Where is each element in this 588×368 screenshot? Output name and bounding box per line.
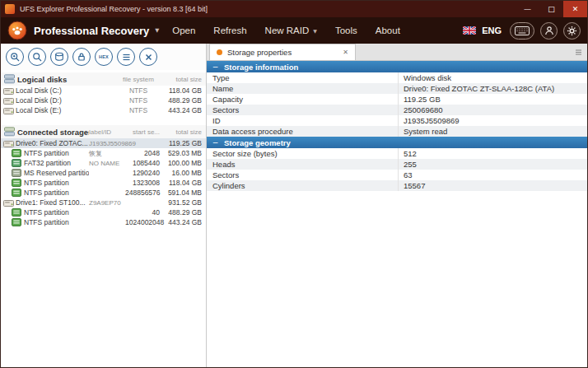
storage-label-id: Z9A9EP70 <box>89 199 125 207</box>
storage-label-id: NO NAME <box>89 160 125 167</box>
property-label: Sector size (bytes) <box>207 148 398 159</box>
property-row: Heads255 <box>207 159 587 170</box>
logical-disk-row[interactable]: Local Disk (C:)NTFS118.04 GB <box>1 86 206 95</box>
tab-storage-properties[interactable]: Storage properties ✕ <box>209 44 356 60</box>
list-icon <box>122 53 131 62</box>
close-button[interactable]: ✕ <box>563 1 587 17</box>
tab-bar: Storage properties ✕ <box>207 44 587 61</box>
storage-start-sector: 2048 <box>125 149 160 157</box>
property-row: IDJ1935J5509869 <box>207 115 587 126</box>
view-log-button[interactable] <box>117 48 135 66</box>
lock-storage-button[interactable] <box>72 48 91 66</box>
disk-file-system: NTFS <box>117 96 160 105</box>
partition-row[interactable]: MS Reserved partition129024016.00 MB <box>1 168 206 178</box>
storage-name: Drive1: Fixed ST100... <box>16 198 89 207</box>
storage-start-sector: 1290240 <box>125 169 160 177</box>
partition-row[interactable]: NTFS partition1024002048443.24 GB <box>1 217 206 227</box>
properties-section-header[interactable]: −Storage geometry <box>207 137 587 148</box>
disk-icon <box>54 52 64 62</box>
keyboard-button[interactable] <box>510 22 534 40</box>
brand-chevron-down-icon[interactable]: ▼ <box>155 27 159 34</box>
hex-viewer-button[interactable]: HEX <box>95 48 113 66</box>
disk-drive-icon <box>3 106 16 115</box>
language-label[interactable]: ENG <box>482 26 502 35</box>
property-label: Sectors <box>207 105 398 115</box>
menu-item-about[interactable]: About <box>376 26 400 35</box>
properties-section-header[interactable]: −Storage information <box>207 61 587 72</box>
storage-total-size: 119.25 GB <box>160 139 206 147</box>
disk-total-size: 443.24 GB <box>160 106 206 114</box>
property-label: Name <box>207 83 398 94</box>
storage-tree-panel: Logical disks file system total size Loc… <box>1 70 206 367</box>
close-storage-button[interactable] <box>139 48 157 66</box>
open-storage-button[interactable] <box>6 48 24 66</box>
column-total-size[interactable]: total size <box>160 76 206 83</box>
tab-list-menu-icon[interactable] <box>575 49 582 56</box>
menu-item-refresh[interactable]: Refresh <box>213 26 246 35</box>
collapse-icon[interactable]: − <box>212 138 219 147</box>
tab-status-dot-icon <box>217 49 222 55</box>
storage-start-sector: 40 <box>125 208 160 217</box>
storage-total-size: 488.29 GB <box>160 208 206 217</box>
app-window: UFS Explorer Professional Recovery - ver… <box>0 0 588 368</box>
storage-total-size: 591.04 MB <box>160 189 206 197</box>
partition-row[interactable]: NTFS partition恢复2048529.03 MB <box>1 148 206 158</box>
storage-name: NTFS partition <box>24 149 89 157</box>
storage-name: NTFS partition <box>24 179 89 187</box>
ntfs-icon <box>12 218 24 226</box>
column-total-size[interactable]: total size <box>160 128 206 136</box>
property-row: Data access procedureSystem read <box>207 126 587 137</box>
ntfs-icon <box>12 179 24 187</box>
brand-title[interactable]: Professional Recovery <box>34 25 149 37</box>
open-disk-image-button[interactable] <box>50 48 68 66</box>
disk-drive-icon <box>3 86 16 95</box>
partition-row[interactable]: FAT32 partitionNO NAME1085440100.00 MB <box>1 158 206 168</box>
storage-drive-row[interactable]: Drive1: Fixed ST100...Z9A9EP70931.52 GB <box>1 198 206 207</box>
column-label-id[interactable]: label/ID <box>89 128 125 136</box>
property-row: Sector size (bytes)512 <box>207 148 587 159</box>
menu-item-tools[interactable]: Tools <box>335 26 357 35</box>
menu-item-new-raid[interactable]: New RAID▼ <box>265 26 317 35</box>
ntfs-icon <box>12 149 24 157</box>
menu-item-label: Tools <box>335 26 357 35</box>
disk-drive-icon <box>3 96 16 105</box>
property-value: Drive0: Fixed ZOTAC ZT-SLAA-128C (ATA) <box>398 83 587 94</box>
logical-disk-row[interactable]: Local Disk (E:)NTFS443.24 GB <box>1 105 206 115</box>
menu-item-label: About <box>376 26 400 35</box>
property-row: NameDrive0: Fixed ZOTAC ZT-SLAA-128C (AT… <box>207 83 587 94</box>
settings-button[interactable] <box>563 22 581 40</box>
property-label: Heads <box>207 159 398 170</box>
logical-disks-title: Logical disks <box>17 75 117 84</box>
fat32-icon <box>12 159 24 167</box>
disk-total-size: 488.29 GB <box>160 96 206 105</box>
minimize-button[interactable]: — <box>516 1 539 17</box>
partition-row[interactable]: NTFS partition40488.29 GB <box>1 207 206 217</box>
column-start-sector[interactable]: start se... <box>125 128 160 136</box>
storage-drive-row[interactable]: Drive0: Fixed ZOTAC...J1935J5509869119.2… <box>1 138 206 148</box>
property-value: 119.25 GB <box>398 94 587 105</box>
scan-storage-button[interactable] <box>28 48 46 66</box>
property-value: 255 <box>398 159 587 170</box>
collapse-icon[interactable]: − <box>212 63 219 71</box>
account-button[interactable] <box>540 22 558 40</box>
partition-row[interactable]: NTFS partition248856576591.04 MB <box>1 188 206 198</box>
drive-icon <box>3 139 16 148</box>
tab-close-icon[interactable]: ✕ <box>343 49 348 56</box>
titlebar[interactable]: UFS Explorer Professional Recovery - ver… <box>1 1 587 17</box>
storage-start-sector: 248856576 <box>125 189 160 197</box>
partition-row[interactable]: NTFS partition1323008118.04 GB <box>1 178 206 188</box>
property-label: Capacity <box>207 94 398 105</box>
property-row: Sectors63 <box>207 170 587 180</box>
logical-disk-row[interactable]: Local Disk (D:)NTFS488.29 GB <box>1 95 206 105</box>
column-file-system[interactable]: file system <box>117 76 160 83</box>
property-label: Data access procedure <box>207 126 398 137</box>
toolbar: HEX <box>1 44 206 70</box>
maximize-button[interactable]: □ <box>539 1 563 17</box>
menu-item-open[interactable]: Open <box>172 26 195 35</box>
connected-storages-icon <box>4 127 17 137</box>
ms-icon <box>12 169 24 177</box>
logical-disks-icon <box>4 74 17 84</box>
search-icon <box>32 52 43 63</box>
app-icon <box>5 4 15 14</box>
disk-name: Local Disk (D:) <box>16 96 117 105</box>
